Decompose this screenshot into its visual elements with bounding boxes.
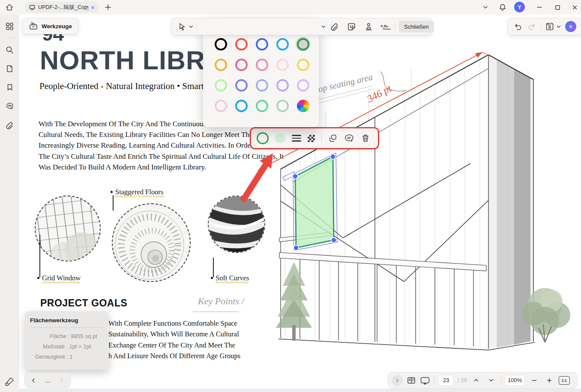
color-swatch-cell[interactable] [255,78,269,92]
color-swatch-cell[interactable] [234,37,249,51]
minimize-icon[interactable] [535,3,544,12]
cursor-dropdown-chevron-icon[interactable] [188,18,194,35]
delete-trash-icon[interactable] [361,134,370,143]
selection-handles[interactable] [293,154,336,250]
color-swatch-cell[interactable] [213,78,228,92]
color-swatch[interactable] [256,38,268,50]
color-swatch-cell[interactable] [213,37,228,51]
outline-color-button[interactable] [257,132,269,144]
color-swatch-cell[interactable] [296,37,310,51]
undo-icon[interactable] [513,18,522,35]
color-swatch-cell[interactable] [296,57,310,72]
color-swatch[interactable] [215,38,227,50]
close-window-icon[interactable] [570,3,579,12]
werkzeuge-button[interactable]: Werkzeuge [22,18,78,34]
color-swatch-cell[interactable] [255,57,269,72]
custom-color-wheel[interactable] [297,100,309,112]
color-swatch-cell[interactable] [234,98,249,113]
color-swatch-cell[interactable] [296,78,310,92]
notification-bell-icon[interactable] [498,3,507,12]
color-swatch-cell[interactable] [275,98,290,113]
more-ellipsis[interactable]: ... [45,377,50,384]
page-number-input[interactable]: 23 [438,375,454,386]
tooltip-area-row: Fläche : 8855 sq pt [30,331,104,342]
color-swatch[interactable] [297,59,309,71]
close-annotation-mode-button[interactable]: Schließen [399,21,434,33]
next-page-chevron-icon[interactable] [486,377,497,383]
toolbar-divider [197,22,197,31]
color-swatch[interactable] [256,79,268,92]
color-swatch[interactable] [256,100,268,112]
annotation-toolbar: Schließen [171,18,432,35]
color-swatch[interactable] [276,38,289,50]
select-cursor-icon[interactable] [177,18,187,35]
page-icon[interactable] [0,61,19,76]
new-tab-icon[interactable] [104,3,112,11]
dropdown-chevron-icon[interactable] [321,18,326,35]
chevron-down-icon[interactable] [481,3,490,12]
search-icon[interactable] [0,42,19,57]
color-swatch-cell[interactable] [213,57,228,72]
color-swatch-cell[interactable] [275,37,290,51]
zoom-level-input[interactable]: 100% [505,375,525,386]
toolbar-divider [541,22,542,31]
line-thickness-icon[interactable] [292,135,301,142]
maximize-icon[interactable] [553,3,562,12]
color-swatch[interactable] [276,100,289,112]
save-icon[interactable] [545,18,555,35]
home-icon[interactable] [4,3,15,12]
color-swatch-cell[interactable] [213,98,228,113]
color-swatch[interactable] [215,100,227,112]
attach-file-icon[interactable] [329,18,340,35]
color-swatch[interactable] [276,79,289,92]
zoom-in-icon[interactable] [544,377,555,383]
color-swatch-cell[interactable] [255,37,269,51]
color-swatch-icon[interactable] [0,374,19,389]
color-swatch-cell[interactable] [275,78,290,92]
fill-color-button[interactable] [275,133,285,143]
attachment-paperclip-icon[interactable] [0,118,19,132]
color-swatch-cell[interactable] [275,57,290,72]
presentation-mode-icon[interactable] [420,376,430,385]
back-chevron-icon[interactable] [31,378,36,383]
stamp-icon[interactable] [363,18,374,35]
sticker-icon[interactable] [346,18,357,35]
page-layout-icon[interactable] [407,376,416,385]
zoom-out-icon[interactable] [529,377,540,383]
tooltip-scale-row: Maßstab : 1pt = 1pt [30,342,104,352]
user-avatar[interactable]: Y [514,2,525,12]
expand-chevron-icon[interactable] [392,375,403,386]
duplicate-icon[interactable] [328,134,338,143]
color-swatch[interactable] [235,100,248,112]
color-swatch-cell[interactable] [234,57,249,72]
forward-chevron-icon[interactable] [59,378,64,383]
color-swatch[interactable] [235,59,248,71]
actual-size-icon[interactable]: 1:1 [559,376,570,385]
color-swatch-cell[interactable] [255,98,269,113]
signature-icon[interactable] [379,18,392,35]
opacity-checkerboard-icon[interactable] [308,135,315,142]
color-swatch-cell[interactable] [234,78,249,92]
color-swatch[interactable] [215,79,227,92]
color-swatch[interactable] [235,38,248,50]
toolbar-divider [395,22,395,31]
thumbnails-grid-icon[interactable] [0,19,19,33]
comment-icon[interactable] [344,134,354,143]
save-dropdown-chevron-icon[interactable] [556,18,562,35]
redo-icon[interactable] [527,18,537,35]
comments-icon[interactable] [0,99,19,113]
previous-page-chevron-icon[interactable] [471,377,482,383]
color-swatch[interactable] [235,79,248,92]
color-swatch[interactable] [276,59,289,71]
color-swatch[interactable] [256,59,268,71]
document-tab[interactable]: UPDF-2-...辑版_Copy [25,2,99,13]
color-swatch-cell[interactable] [296,98,310,113]
color-swatch[interactable] [215,59,227,71]
color-swatch[interactable] [297,79,309,92]
ai-assistant-icon[interactable]: ✳ [565,21,576,32]
bookmark-icon[interactable] [0,80,19,95]
color-swatch[interactable] [297,38,309,50]
label-highlight [42,282,80,283]
selected-green-shape[interactable] [283,153,337,250]
rotate-handle-bar[interactable] [283,172,296,181]
